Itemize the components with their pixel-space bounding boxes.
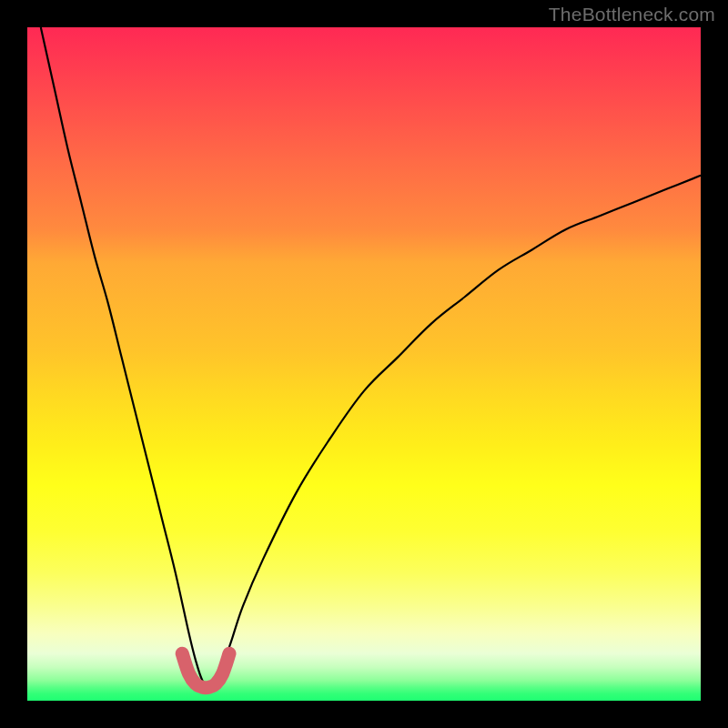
curve-layer: [27, 27, 701, 701]
red-dip-highlight: [182, 653, 229, 687]
plot-area: [27, 27, 701, 701]
watermark-text: TheBottleneck.com: [549, 4, 715, 25]
black-curve: [41, 27, 701, 687]
frame: TheBottleneck.com: [0, 0, 728, 728]
